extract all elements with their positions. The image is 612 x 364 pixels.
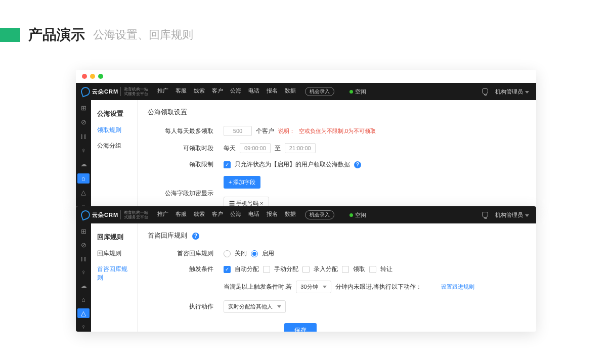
iconbar-item[interactable]: ☁ bbox=[77, 159, 90, 169]
opportunity-entry-button[interactable]: 机会录入 bbox=[305, 210, 334, 219]
iconbar-item-active[interactable]: ⌂ bbox=[77, 173, 90, 184]
row-daily-limit: 每人每天最多领取 500 个客户 说明： 空或负值为不限制,0为不可领取 bbox=[148, 126, 526, 136]
nav-item[interactable]: 数据 bbox=[285, 87, 296, 96]
cb-claim[interactable] bbox=[342, 266, 349, 273]
mac-zoom-icon[interactable] bbox=[98, 74, 103, 79]
content-area: 公海领取设置 每人每天最多领取 500 个客户 说明： 空或负值为不限制,0为不… bbox=[138, 100, 536, 211]
minutes-select[interactable]: 30分钟 bbox=[296, 281, 331, 293]
logo-text: 云朵CRM bbox=[92, 88, 118, 96]
iconbar-item[interactable]: ♀ bbox=[77, 267, 90, 277]
user-menu[interactable]: 机构管理员 bbox=[495, 211, 529, 219]
nav-item[interactable]: 客户 bbox=[212, 87, 223, 96]
label: 可领取时段 bbox=[148, 144, 224, 153]
nav-item[interactable]: 电话 bbox=[248, 210, 259, 219]
action-select[interactable]: 实时分配给其他人 bbox=[224, 300, 286, 313]
iconbar-item-active[interactable]: △ bbox=[77, 308, 90, 318]
cb-manual[interactable] bbox=[263, 266, 270, 273]
mac-close-icon[interactable] bbox=[82, 74, 87, 79]
radio-off-label: 关闭 bbox=[235, 249, 247, 258]
nav-item[interactable]: 客服 bbox=[176, 87, 187, 96]
cb-transfer[interactable] bbox=[369, 266, 376, 273]
sep: 至 bbox=[275, 144, 281, 153]
mac-minimize-icon[interactable] bbox=[90, 74, 95, 79]
iconbar-item[interactable]: ⊞ bbox=[77, 103, 90, 113]
hint: 空或负值为不限制,0为不可领取 bbox=[299, 127, 376, 135]
accent-block bbox=[0, 28, 20, 42]
nav-item[interactable]: 推广 bbox=[157, 210, 168, 219]
logo-icon bbox=[79, 209, 91, 220]
cb-input[interactable] bbox=[302, 266, 310, 273]
user-menu[interactable]: 机构管理员 bbox=[495, 88, 529, 96]
iconbar-item[interactable]: ⫿⫿ bbox=[77, 254, 90, 263]
nav-item[interactable]: 客服 bbox=[176, 210, 187, 219]
iconbar-item[interactable]: ⊞ bbox=[77, 226, 90, 236]
side-menu-item[interactable]: 回库规则 bbox=[91, 246, 137, 261]
nav-item[interactable]: 公海 bbox=[230, 210, 241, 219]
side-menu-item[interactable]: 首咨回库规则 bbox=[91, 261, 137, 286]
logo-sub: 教育机构一站式服务云平台 bbox=[120, 87, 148, 96]
topbar: 云朵CRM 教育机构一站式服务云平台 推广 客服 线索 客户 公海 电话 报名 … bbox=[76, 206, 536, 223]
followup-rule-link[interactable]: 设置跟进规则 bbox=[441, 283, 474, 291]
slide-header: 产品演示 公海设置、回库规则 bbox=[0, 0, 612, 55]
opportunity-entry-button[interactable]: 机会录入 bbox=[305, 87, 334, 96]
add-field-button[interactable]: + 添加字段 bbox=[224, 176, 260, 189]
nav-item[interactable]: 线索 bbox=[194, 210, 205, 219]
iconbar-item[interactable]: △ bbox=[77, 188, 90, 198]
side-menu-item[interactable]: 领取规则 bbox=[91, 122, 137, 138]
status-dot-icon bbox=[349, 213, 353, 217]
slide-title: 产品演示 bbox=[28, 25, 85, 44]
radio-on-label: 启用 bbox=[262, 249, 274, 258]
iconbar-item[interactable]: ⫿⫿ bbox=[77, 131, 90, 142]
nav-item[interactable]: 推广 bbox=[157, 87, 168, 96]
radio-off[interactable] bbox=[224, 250, 231, 257]
chevron-down-icon bbox=[525, 91, 529, 94]
logo-sub: 教育机构一站式服务云平台 bbox=[120, 210, 148, 219]
iconbar-item[interactable]: ♀ bbox=[77, 322, 90, 332]
nav-item[interactable]: 电话 bbox=[248, 87, 259, 96]
cb-auto[interactable] bbox=[224, 266, 231, 273]
logo-icon bbox=[79, 85, 91, 97]
topbar-right: 机构管理员 bbox=[482, 88, 536, 96]
restrict-text: 只允许状态为【启用】的用户领取公海数据 bbox=[235, 160, 350, 169]
side-menu-title: 回库规则 bbox=[91, 229, 137, 246]
restrict-checkbox[interactable] bbox=[224, 161, 231, 168]
nav-item[interactable]: 线索 bbox=[194, 87, 205, 96]
radio-on[interactable] bbox=[251, 250, 258, 257]
iconbar-item[interactable]: ⌂ bbox=[77, 295, 90, 304]
prefix: 每天 bbox=[224, 144, 236, 153]
nav-item[interactable]: 报名 bbox=[267, 210, 278, 219]
logo[interactable]: 云朵CRM 教育机构一站式服务云平台 bbox=[76, 87, 153, 96]
iconbar-item[interactable]: ⊘ bbox=[77, 117, 90, 127]
row-encrypt: 公海字段加密显示 + 添加字段 ☰ 手机号码 × bbox=[148, 176, 526, 210]
logo[interactable]: 云朵CRM 教育机构一站式服务云平台 bbox=[76, 210, 153, 219]
side-menu-item[interactable]: 公海分组 bbox=[91, 138, 137, 154]
help-icon[interactable]: ? bbox=[192, 233, 199, 240]
label: 领取限制 bbox=[148, 160, 224, 169]
logo-text: 云朵CRM bbox=[92, 211, 118, 219]
chevron-down-icon bbox=[323, 286, 327, 288]
content-title: 公海领取设置 bbox=[148, 108, 526, 117]
save-button[interactable]: 保存 bbox=[284, 323, 317, 332]
status-label: 空闲 bbox=[355, 211, 366, 219]
side-menu: 回库规则 回库规则 首咨回库规则 bbox=[91, 223, 138, 332]
slide-subtitle: 公海设置、回库规则 bbox=[93, 27, 193, 42]
label: 公海字段加密显示 bbox=[148, 189, 224, 198]
iconbar-item[interactable]: ☁ bbox=[77, 281, 90, 291]
label: 触发条件 bbox=[148, 265, 224, 274]
iconbar-item[interactable]: ♀ bbox=[77, 145, 90, 155]
nav-item[interactable]: 客户 bbox=[212, 210, 223, 219]
bell-icon[interactable] bbox=[482, 88, 488, 95]
nav-item[interactable]: 报名 bbox=[267, 87, 278, 96]
help-icon[interactable]: ? bbox=[354, 161, 361, 168]
bell-icon[interactable] bbox=[482, 212, 488, 218]
row-rule-toggle: 首咨回库规则 关闭 启用 bbox=[148, 249, 526, 258]
daily-limit-input[interactable]: 500 bbox=[224, 126, 252, 136]
topbar: 云朵CRM 教育机构一站式服务云平台 推广 客服 线索 客户 公海 电话 报名 … bbox=[76, 83, 536, 100]
iconbar-item[interactable]: ⊘ bbox=[77, 240, 90, 250]
time-from-input[interactable]: 09:00:00 bbox=[240, 143, 271, 153]
time-to-input[interactable]: 21:00:00 bbox=[285, 143, 316, 153]
nav-item[interactable]: 公海 bbox=[230, 87, 241, 96]
nav-item[interactable]: 数据 bbox=[285, 210, 296, 219]
row-time-range: 可领取时段 每天 09:00:00 至 21:00:00 bbox=[148, 143, 526, 153]
cond-pre: 当满足以上触发条件时,若 bbox=[224, 283, 292, 291]
